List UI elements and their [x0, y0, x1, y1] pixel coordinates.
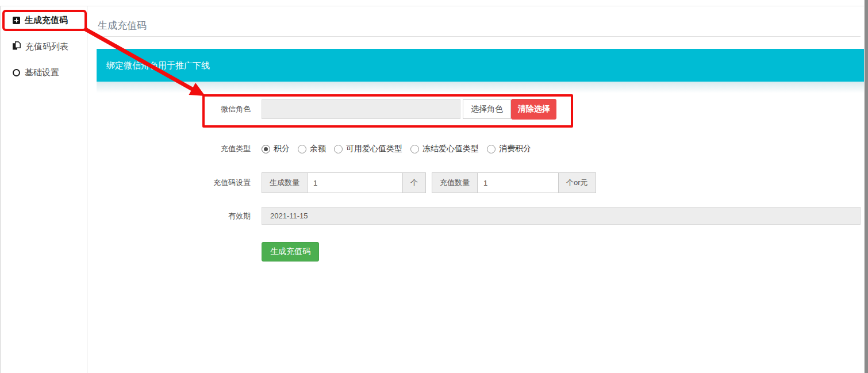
- generate-qty-input[interactable]: [307, 172, 403, 193]
- radio-option-available-love-value[interactable]: 可用爱心值类型: [334, 144, 402, 154]
- radio-label: 积分: [274, 144, 290, 154]
- recharge-qty-input[interactable]: [477, 172, 559, 193]
- copy-icon: [13, 41, 21, 52]
- sidebar-item-generate-code[interactable]: 生成充值码: [1, 13, 87, 28]
- plus-square-icon: [13, 17, 20, 24]
- circle-icon: [13, 69, 20, 76]
- generate-code-panel: 绑定微信角色用于推广下线 微信角色 选择角色 清除选择 充值类型 积分: [97, 49, 864, 284]
- radio-circle: [410, 145, 419, 153]
- select-role-button[interactable]: 选择角色: [463, 99, 511, 119]
- recharge-type-label: 充值类型: [205, 144, 251, 154]
- radio-option-balance[interactable]: 余额: [298, 144, 326, 154]
- radio-label: 冻结爱心值类型: [423, 144, 479, 154]
- radio-option-points[interactable]: 积分: [262, 144, 290, 154]
- sidebar-item-label: 基础设置: [25, 67, 59, 78]
- radio-circle: [334, 145, 343, 153]
- vertical-scrollbar[interactable]: [864, 0, 868, 373]
- radio-label: 可用爱心值类型: [346, 144, 402, 154]
- recharge-qty-addon: 充值数量: [432, 172, 477, 193]
- sidebar-item-label: 充值码列表: [25, 41, 68, 52]
- validity-date-input[interactable]: [262, 207, 861, 225]
- generate-code-button[interactable]: 生成充值码: [262, 242, 319, 262]
- radio-label: 消费积分: [499, 144, 531, 154]
- sidebar-item-label: 生成充值码: [25, 15, 68, 26]
- wechat-role-row: 微信角色 选择角色 清除选择: [205, 99, 861, 119]
- panel-heading-text: 绑定微信角色用于推广下线: [106, 60, 210, 70]
- radio-option-frozen-love-value[interactable]: 冻结爱心值类型: [410, 144, 479, 154]
- validity-label: 有效期: [205, 211, 251, 221]
- radio-circle: [262, 145, 270, 153]
- radio-label: 余额: [310, 144, 326, 154]
- code-settings-label: 充值码设置: [205, 178, 251, 188]
- recharge-qty-unit: 个or元: [559, 172, 596, 193]
- validity-control: [262, 207, 861, 225]
- generate-qty-unit: 个: [403, 172, 426, 193]
- sidebar-item-basic-settings[interactable]: 基础设置: [1, 65, 87, 80]
- sidebar-item-code-list[interactable]: 充值码列表: [1, 39, 87, 54]
- sidebar: 生成充值码 充值码列表 基础设置: [0, 6, 87, 373]
- generate-qty-addon: 生成数量: [262, 172, 307, 193]
- app-window: 生成充值码 充值码列表 基础设置 生成充值码 绑定微信角色用于推广下线: [0, 0, 868, 373]
- radio-circle: [487, 145, 496, 153]
- panel-header-shadow: [97, 82, 864, 93]
- radio-option-consume-points[interactable]: 消费积分: [487, 144, 531, 154]
- wechat-role-input[interactable]: [262, 99, 460, 119]
- code-settings-row: 充值码设置 生成数量 个 充值数量 个or元: [205, 172, 861, 193]
- recharge-type-row: 充值类型 积分 余额 可用爱心值类型 冻结爱心: [205, 143, 861, 155]
- title-divider: [98, 36, 861, 37]
- radio-circle: [298, 145, 306, 153]
- submit-row: 生成充值码: [205, 242, 861, 262]
- main-content: 生成充值码 绑定微信角色用于推广下线 微信角色 选择角色 清除选择 充值类型: [87, 6, 864, 373]
- wechat-role-label: 微信角色: [205, 104, 251, 114]
- recharge-qty-group: 充值数量 个or元: [432, 172, 596, 193]
- panel-header: 绑定微信角色用于推广下线: [97, 49, 864, 82]
- page-title: 生成充值码: [98, 20, 864, 32]
- panel-body: 微信角色 选择角色 清除选择 充值类型 积分 余额: [97, 93, 864, 284]
- validity-row: 有效期: [205, 207, 861, 225]
- clear-selection-button[interactable]: 清除选择: [511, 99, 556, 120]
- generate-qty-group: 生成数量 个: [262, 172, 426, 193]
